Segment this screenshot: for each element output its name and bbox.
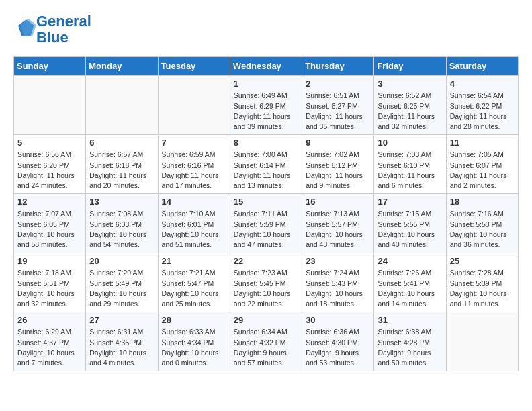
- calendar-cell: 14Sunrise: 7:10 AM Sunset: 6:01 PM Dayli…: [158, 194, 230, 253]
- calendar-cell: [158, 76, 230, 135]
- day-number: 24: [378, 256, 442, 266]
- calendar-cell: 23Sunrise: 7:24 AM Sunset: 5:43 PM Dayli…: [302, 253, 374, 312]
- day-info: Sunrise: 7:10 AM Sunset: 6:01 PM Dayligh…: [162, 209, 226, 250]
- calendar-cell: 16Sunrise: 7:13 AM Sunset: 5:57 PM Dayli…: [302, 194, 374, 253]
- calendar-cell: 29Sunrise: 6:34 AM Sunset: 4:32 PM Dayli…: [230, 312, 302, 371]
- day-info: Sunrise: 6:51 AM Sunset: 6:27 PM Dayligh…: [306, 91, 370, 132]
- day-number: 21: [162, 256, 226, 266]
- day-number: 11: [450, 138, 515, 148]
- calendar-cell: 26Sunrise: 6:29 AM Sunset: 4:37 PM Dayli…: [14, 312, 86, 371]
- day-info: Sunrise: 7:13 AM Sunset: 5:57 PM Dayligh…: [306, 209, 370, 250]
- day-info: Sunrise: 6:59 AM Sunset: 6:16 PM Dayligh…: [162, 150, 226, 191]
- day-info: Sunrise: 7:20 AM Sunset: 5:49 PM Dayligh…: [89, 268, 154, 309]
- day-info: Sunrise: 7:15 AM Sunset: 5:55 PM Dayligh…: [378, 209, 442, 250]
- weekday-header-sunday: Sunday: [14, 57, 86, 76]
- calendar-cell: 6Sunrise: 6:57 AM Sunset: 6:18 PM Daylig…: [86, 135, 158, 194]
- day-info: Sunrise: 7:08 AM Sunset: 6:03 PM Dayligh…: [89, 209, 154, 250]
- calendar-cell: 31Sunrise: 6:38 AM Sunset: 4:28 PM Dayli…: [374, 312, 446, 371]
- day-number: 12: [17, 197, 82, 207]
- calendar-cell: 18Sunrise: 7:16 AM Sunset: 5:53 PM Dayli…: [446, 194, 518, 253]
- calendar-cell: 13Sunrise: 7:08 AM Sunset: 6:03 PM Dayli…: [86, 194, 158, 253]
- day-info: Sunrise: 7:03 AM Sunset: 6:10 PM Dayligh…: [378, 150, 442, 191]
- calendar-cell: 11Sunrise: 7:05 AM Sunset: 6:07 PM Dayli…: [446, 135, 518, 194]
- day-info: Sunrise: 7:24 AM Sunset: 5:43 PM Dayligh…: [306, 268, 370, 309]
- day-number: 23: [306, 256, 370, 266]
- calendar-week-5: 26Sunrise: 6:29 AM Sunset: 4:37 PM Dayli…: [14, 312, 519, 371]
- calendar-cell: 12Sunrise: 7:07 AM Sunset: 6:05 PM Dayli…: [14, 194, 86, 253]
- day-number: 13: [89, 197, 154, 207]
- calendar-cell: 20Sunrise: 7:20 AM Sunset: 5:49 PM Dayli…: [86, 253, 158, 312]
- day-info: Sunrise: 6:54 AM Sunset: 6:22 PM Dayligh…: [450, 91, 515, 132]
- calendar-cell: 1Sunrise: 6:49 AM Sunset: 6:29 PM Daylig…: [230, 76, 302, 135]
- day-info: Sunrise: 6:33 AM Sunset: 4:34 PM Dayligh…: [162, 327, 226, 368]
- day-number: 5: [17, 138, 82, 148]
- weekday-header-wednesday: Wednesday: [230, 57, 302, 76]
- day-number: 8: [234, 138, 298, 148]
- day-info: Sunrise: 6:36 AM Sunset: 4:30 PM Dayligh…: [306, 327, 370, 368]
- day-number: 3: [378, 79, 442, 89]
- day-number: 14: [162, 197, 226, 207]
- day-number: 29: [234, 315, 298, 325]
- day-info: Sunrise: 7:23 AM Sunset: 5:45 PM Dayligh…: [234, 268, 298, 309]
- day-info: Sunrise: 6:34 AM Sunset: 4:32 PM Dayligh…: [234, 327, 298, 368]
- day-number: 1: [234, 79, 298, 89]
- day-info: Sunrise: 7:28 AM Sunset: 5:39 PM Dayligh…: [450, 268, 515, 309]
- day-info: Sunrise: 6:57 AM Sunset: 6:18 PM Dayligh…: [89, 150, 154, 191]
- calendar-header: SundayMondayTuesdayWednesdayThursdayFrid…: [14, 57, 519, 76]
- calendar-cell: 21Sunrise: 7:21 AM Sunset: 5:47 PM Dayli…: [158, 253, 230, 312]
- day-info: Sunrise: 7:05 AM Sunset: 6:07 PM Dayligh…: [450, 150, 515, 191]
- day-number: 6: [89, 138, 154, 148]
- day-info: Sunrise: 6:38 AM Sunset: 4:28 PM Dayligh…: [378, 327, 442, 368]
- calendar-cell: 25Sunrise: 7:28 AM Sunset: 5:39 PM Dayli…: [446, 253, 518, 312]
- calendar-cell: 19Sunrise: 7:18 AM Sunset: 5:51 PM Dayli…: [14, 253, 86, 312]
- calendar-week-3: 12Sunrise: 7:07 AM Sunset: 6:05 PM Dayli…: [14, 194, 519, 253]
- day-number: 25: [450, 256, 515, 266]
- calendar-cell: 9Sunrise: 7:02 AM Sunset: 6:12 PM Daylig…: [302, 135, 374, 194]
- calendar-cell: 15Sunrise: 7:11 AM Sunset: 5:59 PM Dayli…: [230, 194, 302, 253]
- weekday-header-tuesday: Tuesday: [158, 57, 230, 76]
- day-number: 7: [162, 138, 226, 148]
- weekday-header-monday: Monday: [86, 57, 158, 76]
- day-info: Sunrise: 6:56 AM Sunset: 6:20 PM Dayligh…: [17, 150, 82, 191]
- calendar-cell: 17Sunrise: 7:15 AM Sunset: 5:55 PM Dayli…: [374, 194, 446, 253]
- day-number: 28: [162, 315, 226, 325]
- day-info: Sunrise: 7:00 AM Sunset: 6:14 PM Dayligh…: [234, 150, 298, 191]
- day-number: 10: [378, 138, 442, 148]
- weekday-header-row: SundayMondayTuesdayWednesdayThursdayFrid…: [14, 57, 519, 76]
- day-info: Sunrise: 7:26 AM Sunset: 5:41 PM Dayligh…: [378, 268, 442, 309]
- page-header: General Blue: [13, 13, 519, 46]
- calendar-cell: 30Sunrise: 6:36 AM Sunset: 4:30 PM Dayli…: [302, 312, 374, 371]
- calendar-cell: 3Sunrise: 6:52 AM Sunset: 6:25 PM Daylig…: [374, 76, 446, 135]
- calendar-cell: 10Sunrise: 7:03 AM Sunset: 6:10 PM Dayli…: [374, 135, 446, 194]
- calendar-week-1: 1Sunrise: 6:49 AM Sunset: 6:29 PM Daylig…: [14, 76, 519, 135]
- day-info: Sunrise: 6:52 AM Sunset: 6:25 PM Dayligh…: [378, 91, 442, 132]
- day-number: 17: [378, 197, 442, 207]
- day-info: Sunrise: 7:11 AM Sunset: 5:59 PM Dayligh…: [234, 209, 298, 250]
- calendar-cell: 2Sunrise: 6:51 AM Sunset: 6:27 PM Daylig…: [302, 76, 374, 135]
- calendar-cell: 27Sunrise: 6:31 AM Sunset: 4:35 PM Dayli…: [86, 312, 158, 371]
- day-info: Sunrise: 7:16 AM Sunset: 5:53 PM Dayligh…: [450, 209, 515, 250]
- day-info: Sunrise: 6:29 AM Sunset: 4:37 PM Dayligh…: [17, 327, 82, 368]
- logo-blue: Blue: [36, 30, 91, 46]
- day-info: Sunrise: 6:49 AM Sunset: 6:29 PM Dayligh…: [234, 91, 298, 132]
- calendar-table: SundayMondayTuesdayWednesdayThursdayFrid…: [13, 56, 519, 371]
- calendar-cell: 24Sunrise: 7:26 AM Sunset: 5:41 PM Dayli…: [374, 253, 446, 312]
- weekday-header-thursday: Thursday: [302, 57, 374, 76]
- day-number: 15: [234, 197, 298, 207]
- day-number: 2: [306, 79, 370, 89]
- calendar-cell: 5Sunrise: 6:56 AM Sunset: 6:20 PM Daylig…: [14, 135, 86, 194]
- day-info: Sunrise: 6:31 AM Sunset: 4:35 PM Dayligh…: [89, 327, 154, 368]
- day-info: Sunrise: 7:21 AM Sunset: 5:47 PM Dayligh…: [162, 268, 226, 309]
- calendar-cell: 28Sunrise: 6:33 AM Sunset: 4:34 PM Dayli…: [158, 312, 230, 371]
- calendar-cell: [14, 76, 86, 135]
- calendar-cell: 8Sunrise: 7:00 AM Sunset: 6:14 PM Daylig…: [230, 135, 302, 194]
- day-number: 26: [17, 315, 82, 325]
- calendar-cell: 22Sunrise: 7:23 AM Sunset: 5:45 PM Dayli…: [230, 253, 302, 312]
- day-number: 19: [17, 256, 82, 266]
- day-number: 20: [89, 256, 154, 266]
- day-number: 30: [306, 315, 370, 325]
- calendar-cell: [446, 312, 518, 371]
- day-number: 31: [378, 315, 442, 325]
- weekday-header-saturday: Saturday: [446, 57, 518, 76]
- logo-text: General Blue: [36, 13, 91, 46]
